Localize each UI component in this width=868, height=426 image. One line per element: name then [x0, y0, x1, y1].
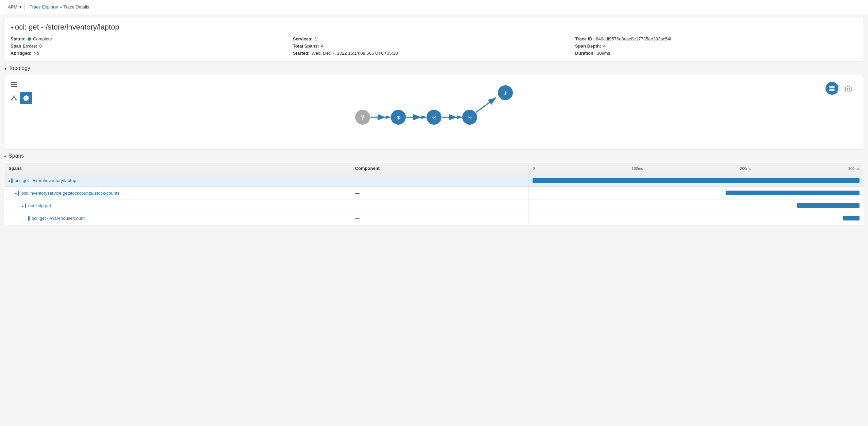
abridged-row: Abridged: No: [11, 50, 293, 57]
span-component: —: [351, 212, 528, 225]
trace-title-text: oci: get - /store/inventory/laptop: [15, 23, 119, 32]
started-value: Wed, Dec 7, 2022 16:14:08.566 UTC+05:30: [312, 50, 398, 57]
svg-rect-6: [11, 84, 17, 85]
span-name-link[interactable]: oci: get - /warehouse/count: [32, 216, 85, 221]
tl-100: 100ms: [632, 166, 643, 171]
status-dot: [28, 37, 31, 41]
topology-section-header: ◂ Topology: [4, 65, 864, 71]
span-name-link[interactable]: oci: http get: [28, 203, 51, 208]
gear-icon: [23, 95, 30, 102]
topology-svg: ? ✳ ✳: [335, 83, 533, 138]
span-errors-row: Span Errors: 0: [11, 43, 293, 50]
span-depth-value: 4: [603, 43, 606, 50]
tl-300: 300ms: [848, 166, 860, 171]
span-color-indicator: [28, 216, 30, 221]
topology-menu-button[interactable]: [9, 80, 19, 89]
total-spans-row: Total Spans: 4: [293, 43, 575, 50]
span-bar-container: 14ms: [533, 215, 860, 221]
duration-value: 309ms: [597, 50, 610, 57]
span-color-indicator: [11, 178, 13, 183]
span-color-indicator: [18, 191, 19, 196]
col-component-header: Component: [351, 163, 528, 174]
span-bar-container: 127ms: [533, 190, 860, 196]
svg-point-4: [848, 88, 850, 90]
span-bar-container: 59ms: [533, 202, 860, 209]
tree-layout-icon: [11, 95, 17, 101]
topology-layout-button[interactable]: [9, 93, 19, 103]
tl-0: 0: [533, 166, 535, 171]
svg-rect-0: [830, 86, 832, 88]
span-errors-value: 0: [39, 43, 42, 50]
main-content: ◂ oci: get - /store/inventory/laptop Sta…: [0, 18, 868, 225]
span-bar: [843, 216, 860, 220]
trace-meta-grid: Status: Complete Span Errors: 0 Abridged…: [11, 36, 857, 57]
hamburger-icon: [11, 82, 17, 87]
svg-point-8: [13, 95, 15, 97]
svg-text:✳: ✳: [432, 115, 436, 121]
span-collapse-icon[interactable]: ◂: [8, 179, 10, 183]
status-label: Status:: [11, 36, 25, 43]
table-row: ◂oci: inventoryservice.getstockcounts#st…: [4, 187, 864, 199]
span-timeline-cell: 14ms: [528, 212, 864, 225]
topology-section-label: Topology: [8, 65, 30, 71]
svg-text:?: ?: [361, 114, 365, 121]
span-color-indicator: [25, 203, 26, 208]
span-name-link[interactable]: oci: inventoryservice.getstockcounts#sto…: [21, 191, 119, 196]
span-bar-container: 309ms: [533, 177, 860, 183]
duration-label: Duration:: [575, 50, 595, 57]
svg-line-28: [476, 97, 496, 112]
topology-section: ◂ Topology: [4, 65, 864, 149]
span-timeline-cell: 127ms: [528, 187, 864, 199]
svg-marker-25: [457, 116, 463, 119]
svg-rect-7: [11, 86, 17, 87]
svg-marker-17: [386, 116, 392, 119]
started-label: Started:: [293, 50, 310, 57]
col-spans-header: Spans: [4, 163, 351, 174]
span-bar: [533, 178, 860, 183]
svg-rect-1: [832, 86, 835, 88]
topology-toolbar: [9, 80, 32, 104]
status-value: Complete: [33, 36, 52, 43]
span-component: —: [351, 174, 528, 187]
breadcrumb-current: Trace Details: [63, 4, 89, 10]
total-spans-value: 4: [321, 43, 324, 50]
breadcrumb: Trace Explorer » Trace Details: [30, 4, 89, 10]
meta-col-3: Trace ID: 840cdf9576e3eac8e17735ae393ac5…: [575, 36, 857, 57]
spans-table: Spans Component 0 100ms 200ms 300ms ◂oci…: [4, 162, 864, 225]
span-collapse-icon[interactable]: ◂: [21, 204, 23, 208]
topology-settings-button[interactable]: [20, 92, 32, 104]
span-collapse-icon[interactable]: ◂: [15, 191, 17, 195]
trace-collapse-arrow[interactable]: ◂: [11, 24, 13, 30]
abridged-value: No: [33, 50, 39, 57]
breadcrumb-trace-explorer-link[interactable]: Trace Explorer: [30, 4, 58, 10]
svg-point-9: [11, 99, 13, 101]
svg-rect-5: [11, 82, 17, 83]
svg-line-11: [12, 97, 14, 99]
svg-text:✳: ✳: [468, 115, 472, 121]
svg-text:✳: ✳: [396, 115, 401, 121]
camera-icon: [845, 85, 852, 92]
meta-col-1: Status: Complete Span Errors: 0 Abridged…: [11, 36, 293, 57]
span-timeline-cell: 309ms: [528, 174, 864, 187]
svg-line-12: [14, 97, 16, 99]
col-timeline-header: 0 100ms 200ms 300ms: [528, 163, 864, 174]
apm-label: APM: [8, 4, 17, 10]
svg-marker-21: [421, 116, 427, 119]
screenshot-button[interactable]: [843, 83, 854, 94]
topology-collapse-arrow[interactable]: ◂: [4, 66, 6, 71]
span-name-link[interactable]: oci: get - /store/inventory/laptop: [15, 178, 76, 183]
services-value: 1: [314, 36, 317, 43]
apm-dropdown[interactable]: APM ▾: [5, 3, 25, 11]
spans-section-label: Spans: [8, 153, 24, 159]
svg-rect-2: [830, 89, 832, 91]
started-row: Started: Wed, Dec 7, 2022 16:14:08.566 U…: [293, 50, 575, 57]
spans-section-header: ◂ Spans: [4, 153, 864, 159]
table-header-row: Spans Component 0 100ms 200ms 300ms: [4, 163, 864, 174]
layout-icon: [829, 85, 835, 92]
span-timeline-cell: 59ms: [528, 199, 864, 212]
total-spans-label: Total Spans:: [293, 43, 319, 50]
abridged-label: Abridged:: [11, 50, 31, 57]
span-component: —: [351, 187, 528, 199]
spans-collapse-arrow[interactable]: ◂: [4, 154, 6, 159]
topology-area: ? ✳ ✳: [4, 75, 864, 149]
